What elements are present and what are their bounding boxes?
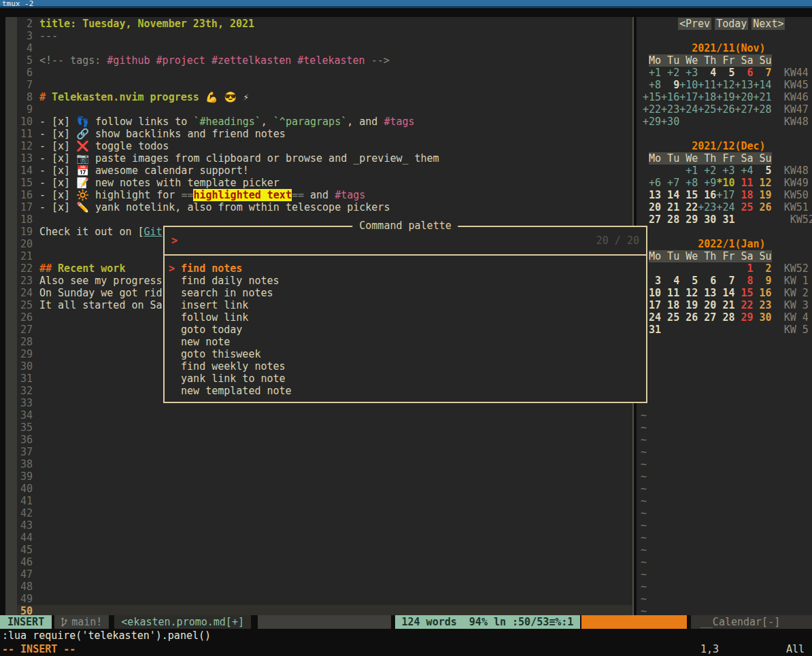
- calendar-day[interactable]: +26: [716, 103, 734, 116]
- calendar-day[interactable]: 27: [698, 311, 716, 324]
- calendar-day[interactable]: +18: [698, 91, 716, 103]
- calendar-day[interactable]: 2: [754, 262, 772, 275]
- editor-scrollbar[interactable]: [5, 17, 17, 615]
- calendar-day[interactable]: +16: [661, 91, 679, 103]
- palette-item[interactable]: insert link: [169, 299, 646, 311]
- calendar-day[interactable]: 29: [679, 213, 698, 226]
- calendar-day[interactable]: 19: [679, 299, 698, 311]
- calendar-day[interactable]: +12: [716, 79, 734, 91]
- calendar-day[interactable]: +10: [679, 79, 698, 91]
- calendar-day[interactable]: 4: [661, 275, 679, 287]
- calendar-day[interactable]: +27: [734, 103, 753, 116]
- calendar-day[interactable]: +6: [643, 177, 661, 189]
- editor-line-14[interactable]: 14- [x] 📅 awesome calendar support!: [17, 165, 632, 177]
- palette-item[interactable]: > find notes: [169, 262, 646, 275]
- calendar-day[interactable]: +14: [754, 79, 772, 91]
- editor-line-50[interactable]: 50: [17, 605, 632, 616]
- today-button[interactable]: Today: [715, 18, 748, 30]
- calendar-day[interactable]: 15: [734, 287, 753, 299]
- calendar-day[interactable]: +22: [643, 103, 661, 116]
- calendar-day[interactable]: +25: [698, 103, 716, 116]
- palette-item[interactable]: goto thisweek: [169, 348, 646, 360]
- calendar-day[interactable]: 7: [716, 275, 734, 287]
- editor-line-16[interactable]: 16- [x] 🔆 highlight for ==highlighted te…: [17, 189, 632, 201]
- calendar-day[interactable]: +11: [698, 79, 716, 91]
- editor-line-3[interactable]: 3---: [17, 30, 632, 42]
- calendar-day[interactable]: 18: [661, 299, 679, 311]
- calendar-day[interactable]: +7: [661, 177, 679, 189]
- calendar-day[interactable]: +4: [734, 165, 753, 177]
- editor-line-12[interactable]: 12- [x] ❌ toggle todos: [17, 140, 632, 152]
- palette-item[interactable]: follow link: [169, 311, 646, 324]
- calendar-day[interactable]: 23: [754, 299, 772, 311]
- editor-line-9[interactable]: 9: [17, 103, 632, 116]
- palette-item[interactable]: goto today: [169, 324, 646, 336]
- calendar-day[interactable]: 30: [754, 311, 772, 324]
- calendar-day[interactable]: *10: [716, 177, 734, 189]
- editor-line-39[interactable]: 39: [17, 470, 632, 483]
- calendar-day[interactable]: +3: [716, 165, 734, 177]
- calendar-day[interactable]: 22: [679, 201, 698, 213]
- calendar-day[interactable]: 16: [698, 189, 716, 201]
- calendar-day[interactable]: 31: [716, 213, 734, 226]
- calendar-day[interactable]: 30: [698, 213, 716, 226]
- calendar-day[interactable]: 21: [661, 201, 679, 213]
- calendar-day[interactable]: 29: [734, 311, 753, 324]
- calendar-day[interactable]: 19: [754, 189, 772, 201]
- editor-line-48[interactable]: 48: [17, 581, 632, 593]
- calendar-day[interactable]: 8: [734, 275, 753, 287]
- next-button[interactable]: Next>: [751, 18, 785, 30]
- editor-line-35[interactable]: 35: [17, 421, 632, 434]
- editor-line-11[interactable]: 11- [x] 🔗 show backlinks and friend note…: [17, 128, 632, 140]
- command-line[interactable]: :lua require('telekasten').panel(): [0, 629, 812, 642]
- calendar-day[interactable]: 13: [643, 189, 661, 201]
- calendar-day[interactable]: +19: [716, 91, 734, 103]
- calendar-day[interactable]: +30: [661, 116, 679, 128]
- calendar-day[interactable]: +2: [661, 67, 679, 79]
- editor-line-41[interactable]: 41: [17, 495, 632, 507]
- palette-item[interactable]: search in notes: [169, 287, 646, 299]
- editor-line-40[interactable]: 40: [17, 483, 632, 495]
- calendar-day[interactable]: 9: [661, 79, 679, 91]
- editor-line-17[interactable]: 17- [x] ✏️ yank notelink, also from wthi…: [17, 201, 632, 213]
- calendar-day[interactable]: 22: [734, 299, 753, 311]
- palette-item[interactable]: find daily notes: [169, 275, 646, 287]
- calendar-day[interactable]: +1: [679, 165, 698, 177]
- calendar-day[interactable]: +15: [643, 91, 661, 103]
- palette-item[interactable]: find weekly notes: [169, 360, 646, 373]
- calendar-day[interactable]: 11: [734, 177, 753, 189]
- calendar-day[interactable]: 12: [754, 177, 772, 189]
- editor-line-10[interactable]: 10- [x] 👣 follow links to `#headings`, `…: [17, 116, 632, 128]
- editor-line-36[interactable]: 36: [17, 434, 632, 446]
- calendar-day[interactable]: +3: [679, 67, 698, 79]
- calendar-day[interactable]: +9: [698, 177, 716, 189]
- filename-segment[interactable]: <ekasten.promo.md[+]: [114, 615, 251, 629]
- calendar-day[interactable]: +8: [679, 177, 698, 189]
- calendar-day[interactable]: +8: [643, 79, 661, 91]
- calendar-day[interactable]: +17: [716, 189, 734, 201]
- calendar-day[interactable]: 25: [734, 201, 753, 213]
- calendar-day[interactable]: 11: [661, 287, 679, 299]
- tab-segment[interactable]: ☰ [11]tra…: [581, 615, 686, 629]
- palette-item[interactable]: yank link to note: [169, 373, 646, 385]
- editor-line-2[interactable]: 2title: Tuesday, November 23th, 2021: [17, 18, 632, 30]
- calendar-day[interactable]: 20: [698, 299, 716, 311]
- calendar-day[interactable]: 14: [716, 287, 734, 299]
- calendar-day[interactable]: +23: [698, 201, 716, 213]
- calendar-day[interactable]: 20: [643, 201, 661, 213]
- calendar-day[interactable]: 25: [661, 311, 679, 324]
- calendar-day[interactable]: 7: [754, 67, 772, 79]
- editor-line-8[interactable]: 8# Telekasten.nvim progress 💪 😎 ⚡: [17, 91, 632, 103]
- palette-item[interactable]: new templated note: [169, 385, 646, 397]
- editor-line-34[interactable]: 34: [17, 409, 632, 421]
- editor-line-47[interactable]: 47: [17, 568, 632, 581]
- editor-line-18[interactable]: 18: [17, 213, 632, 226]
- editor-line-6[interactable]: 6: [17, 67, 632, 79]
- calendar-day[interactable]: 26: [679, 311, 698, 324]
- calendar-day[interactable]: 28: [716, 311, 734, 324]
- calendar-day[interactable]: 27: [643, 213, 661, 226]
- calendar-day[interactable]: 21: [716, 299, 734, 311]
- calendar-day[interactable]: 6: [734, 67, 753, 79]
- calendar-day[interactable]: 5: [679, 275, 698, 287]
- editor-line-38[interactable]: 38: [17, 458, 632, 470]
